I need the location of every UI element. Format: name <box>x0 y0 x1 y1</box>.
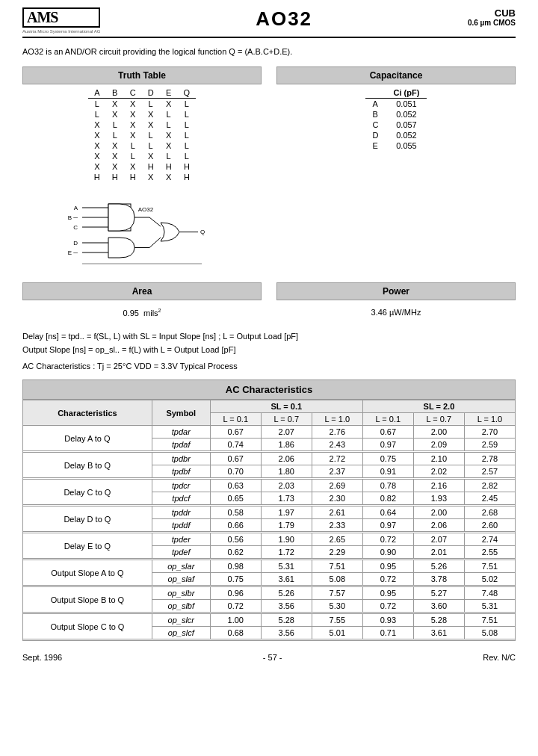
truth-cell: L <box>178 120 197 130</box>
ac-val: 3.60 <box>413 600 464 613</box>
ac-val: 0.75 <box>362 453 413 465</box>
ac-val: 0.72 <box>362 573 413 586</box>
ac-val: 2.45 <box>464 492 515 505</box>
cap-row: A0.051 <box>365 99 427 110</box>
ac-separator <box>23 639 516 641</box>
ac-val: 0.98 <box>210 560 261 573</box>
ac-val: 7.51 <box>464 560 515 573</box>
truth-table-row: XXLLXL <box>88 140 196 151</box>
ac-val: 5.26 <box>413 560 464 573</box>
cap-value: 0.051 <box>386 99 427 110</box>
svg-text:B ─: B ─ <box>68 214 78 221</box>
truth-cell: L <box>88 109 106 120</box>
ac-val: 2.76 <box>312 426 362 439</box>
ac-val: 2.37 <box>312 465 362 478</box>
header-right: CUB 0.6 µm CMOS <box>468 7 516 27</box>
ac-val: 2.68 <box>464 506 515 519</box>
ac-val: 0.71 <box>362 627 413 639</box>
truth-cell: L <box>160 120 178 130</box>
ac-val: 0.67 <box>210 453 261 465</box>
ac-char: Delay D to Q <box>23 506 152 532</box>
ac-val: 1.80 <box>261 465 312 478</box>
ac-row: Delay C to Qtpdcr0.632.032.690.782.162.8… <box>23 480 516 492</box>
cap-value: 0.052 <box>386 109 427 120</box>
l07-a: L = 0.7 <box>261 413 312 426</box>
truth-cell: X <box>88 130 106 140</box>
truth-table-row: XLXXLL <box>88 120 196 130</box>
truth-table-row: XXLXLL <box>88 151 196 161</box>
truth-table-header: A B C D E Q <box>88 87 196 99</box>
capacitance-section: Capacitance Ci (pF) A0.051B0.052C0.057D0… <box>276 66 516 275</box>
cap-row: C0.057 <box>365 120 427 130</box>
ac-val: 1.97 <box>261 506 312 519</box>
ac-val: 0.72 <box>362 533 413 546</box>
ac-symbol-2: op_slbf <box>152 600 210 613</box>
svg-text:AO32: AO32 <box>138 206 154 213</box>
truth-cell: H <box>106 172 124 182</box>
svg-text:A: A <box>74 205 78 211</box>
ac-val: 0.56 <box>210 533 261 546</box>
cap-pin: B <box>365 109 386 120</box>
truth-cell: H <box>178 161 197 172</box>
ac-val: 5.28 <box>413 614 464 627</box>
ac-val: 1.00 <box>210 614 261 627</box>
ac-val: 5.28 <box>261 614 312 627</box>
ac-symbol-1: op_slbr <box>152 587 210 600</box>
truth-table: A B C D E Q LXXLXLLXXXLLXLXXLLXLXLXLXXLL… <box>88 87 196 182</box>
l07-b: L = 0.7 <box>413 413 464 426</box>
truth-table-row: LXXLXL <box>88 99 196 110</box>
ac-val: 2.78 <box>464 453 515 465</box>
area-title: Area <box>22 282 262 300</box>
ac-symbol-2: tpddf <box>152 519 210 532</box>
power-section: Power 3.46 µW/MHz <box>276 282 516 322</box>
truth-cell: X <box>124 130 142 140</box>
svg-text:E ─: E ─ <box>68 250 78 256</box>
ac-val: 2.09 <box>413 439 464 451</box>
ac-val: 2.30 <box>312 492 362 505</box>
ac-val: 0.64 <box>362 506 413 519</box>
ac-val: 5.02 <box>464 573 515 586</box>
l01-b: L = 0.1 <box>362 413 413 426</box>
truth-cell: X <box>124 120 142 130</box>
ac-symbol-2: tpdcf <box>152 492 210 505</box>
ac-val: 0.62 <box>210 546 261 559</box>
truth-table-row: LXXXLL <box>88 109 196 120</box>
ac-val: 2.65 <box>312 533 362 546</box>
truth-cell: L <box>178 109 197 120</box>
ac-val: 0.75 <box>210 573 261 586</box>
truth-cell: H <box>160 161 178 172</box>
ac-char: Delay E to Q <box>23 533 152 559</box>
truth-cell: X <box>88 161 106 172</box>
cap-header: Ci (pF) <box>365 87 427 99</box>
truth-cell: L <box>160 151 178 161</box>
truth-cell: X <box>160 99 178 110</box>
truth-cell: L <box>142 130 160 140</box>
ac-table-title: AC Characteristics <box>22 379 516 400</box>
ac-val: 2.29 <box>312 546 362 559</box>
ac-val: 1.79 <box>261 519 312 532</box>
footer-rev: Rev. N/C <box>483 653 516 662</box>
ac-symbol-2: tpdef <box>152 546 210 559</box>
ac-val: 3.78 <box>413 573 464 586</box>
ac-row: Delay B to Qtpdbr0.672.062.720.752.102.7… <box>23 453 516 465</box>
ac-val: 2.74 <box>464 533 515 546</box>
ac-row: Delay A to Qtpdar0.672.072.760.672.002.7… <box>23 426 516 439</box>
cap-pin: A <box>365 99 386 110</box>
ac-val: 5.26 <box>261 587 312 600</box>
ac-val: 0.65 <box>210 492 261 505</box>
ac-val: 0.78 <box>362 480 413 492</box>
footer-page: - 57 - <box>263 653 282 662</box>
truth-cell: L <box>142 99 160 110</box>
truth-cell: X <box>160 172 178 182</box>
col-d: D <box>142 87 160 99</box>
ac-val: 2.00 <box>413 506 464 519</box>
sl01-header: SL = 0.1 <box>210 400 362 413</box>
svg-text:Q: Q <box>200 229 205 235</box>
ac-val: 0.96 <box>210 587 261 600</box>
chip-title: AO32 <box>100 7 468 31</box>
truth-cell: L <box>124 140 142 151</box>
ac-val: 7.55 <box>312 614 362 627</box>
truth-cell: X <box>106 99 124 110</box>
ac-char: Delay A to Q <box>23 426 152 451</box>
ac-val: 0.97 <box>362 519 413 532</box>
